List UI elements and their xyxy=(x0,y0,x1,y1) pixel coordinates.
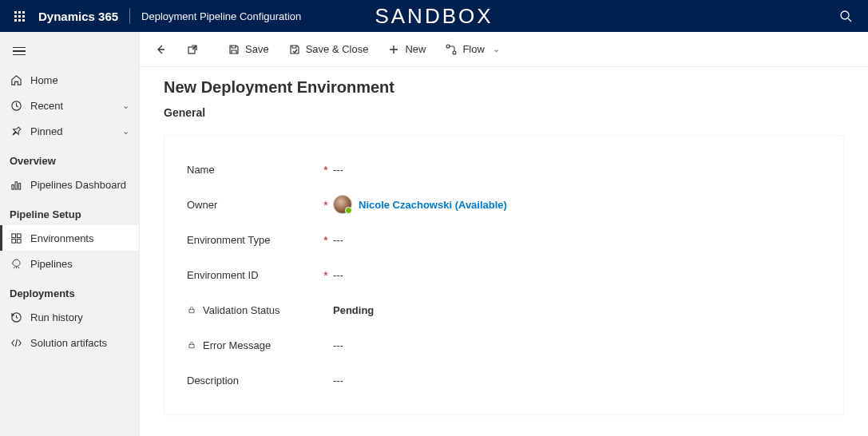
dashboard-icon xyxy=(10,178,22,191)
field-owner[interactable]: Owner * Nicole Czachowski (Available) xyxy=(187,187,821,222)
sidebar-item-label: Pinned xyxy=(30,125,114,137)
field-label: Name xyxy=(187,164,215,176)
global-search-button[interactable] xyxy=(830,0,862,32)
chevron-down-icon: ⌄ xyxy=(122,126,129,137)
popout-icon xyxy=(186,43,199,56)
app-page-name: Deployment Pipeline Configuration xyxy=(141,10,301,22)
field-label: Owner xyxy=(187,199,217,211)
svg-line-1 xyxy=(848,18,851,22)
save-label: Save xyxy=(245,43,269,55)
new-button[interactable]: New xyxy=(379,37,434,62)
field-label: Error Message xyxy=(203,339,271,351)
waffle-icon xyxy=(14,11,25,22)
save-close-icon xyxy=(288,43,301,56)
field-value: Pending xyxy=(333,304,374,316)
sidebar-item-label: Solution artifacts xyxy=(30,337,129,349)
svg-rect-7 xyxy=(17,233,21,237)
sidebar-group-setup: Pipeline Setup xyxy=(0,197,139,225)
history-icon xyxy=(10,311,22,323)
flow-icon xyxy=(445,43,458,56)
field-value: --- xyxy=(333,339,343,351)
svg-rect-9 xyxy=(17,239,21,243)
field-label: Environment Type xyxy=(187,234,271,246)
clock-icon xyxy=(10,99,22,112)
svg-rect-8 xyxy=(11,239,15,243)
sidebar-item-home[interactable]: Home xyxy=(0,67,139,93)
sidebar-item-pipelines-dashboard[interactable]: Pipelines Dashboard xyxy=(0,172,139,197)
field-label: Validation Status xyxy=(203,304,280,316)
sidebar-item-environments[interactable]: Environments xyxy=(0,225,139,251)
sidebar-item-label: Pipelines Dashboard xyxy=(30,179,129,191)
field-value: --- xyxy=(333,269,343,281)
sidebar-item-label: Recent xyxy=(30,100,114,112)
divider xyxy=(129,8,130,24)
popout-button[interactable] xyxy=(178,37,207,62)
field-description[interactable]: Description * --- xyxy=(187,363,821,398)
field-value: --- xyxy=(333,375,343,386)
field-label: Environment ID xyxy=(187,269,259,281)
chevron-down-icon: ⌄ xyxy=(122,101,129,111)
svg-rect-14 xyxy=(189,309,194,313)
svg-rect-3 xyxy=(11,184,13,189)
svg-rect-5 xyxy=(18,183,20,189)
sidebar-group-overview: Overview xyxy=(0,144,139,172)
svg-rect-4 xyxy=(15,181,17,188)
main-area: Save Save & Close New Flow ⌄ xyxy=(140,32,868,436)
field-name[interactable]: Name * --- xyxy=(187,152,821,187)
environments-icon xyxy=(10,232,22,244)
field-environment-id[interactable]: Environment ID * --- xyxy=(187,257,821,292)
sidebar-item-pinned[interactable]: Pinned ⌄ xyxy=(0,118,139,144)
command-bar: Save Save & Close New Flow ⌄ xyxy=(140,32,868,67)
presence-available-icon xyxy=(345,207,352,214)
search-icon xyxy=(839,10,852,22)
field-value: --- xyxy=(333,234,343,246)
save-button[interactable]: Save xyxy=(220,37,277,62)
field-environment-type[interactable]: Environment Type * --- xyxy=(187,222,821,257)
sidebar-item-label: Home xyxy=(30,74,129,86)
sidebar-toggle-button[interactable] xyxy=(3,38,35,64)
owner-link[interactable]: Nicole Czachowski (Available) xyxy=(359,199,507,211)
plus-icon xyxy=(387,43,400,56)
required-marker: * xyxy=(319,233,333,247)
code-icon xyxy=(10,336,22,349)
avatar xyxy=(333,195,352,214)
flow-button[interactable]: Flow ⌄ xyxy=(437,37,507,62)
save-close-label: Save & Close xyxy=(306,43,369,55)
sandbox-label: SANDBOX xyxy=(375,4,493,29)
sidebar: Home Recent ⌄ Pinned ⌄ Overview Pipeline… xyxy=(0,32,140,436)
sidebar-item-label: Pipelines xyxy=(30,258,129,270)
lock-icon xyxy=(187,305,196,315)
svg-rect-6 xyxy=(11,233,15,237)
svg-point-13 xyxy=(453,51,456,54)
sidebar-item-label: Run history xyxy=(30,311,129,323)
field-value: --- xyxy=(333,164,343,176)
field-validation-status: Validation Status * Pending xyxy=(187,292,821,327)
sidebar-group-deployments: Deployments xyxy=(0,276,139,304)
save-icon xyxy=(228,43,240,56)
sidebar-item-run-history[interactable]: Run history xyxy=(0,304,139,330)
back-icon xyxy=(154,43,167,56)
svg-rect-15 xyxy=(189,344,194,348)
flow-label: Flow xyxy=(462,43,484,55)
svg-point-12 xyxy=(446,45,450,48)
required-marker: * xyxy=(319,198,333,212)
app-name[interactable]: Dynamics 365 xyxy=(38,10,118,23)
rocket-icon xyxy=(10,257,22,270)
svg-point-0 xyxy=(841,11,849,19)
new-label: New xyxy=(405,43,426,55)
back-button[interactable] xyxy=(146,37,175,62)
tab-general[interactable]: General xyxy=(164,106,844,119)
waffle-button[interactable] xyxy=(6,3,32,29)
chevron-down-icon: ⌄ xyxy=(493,44,500,54)
sidebar-item-solution-artifacts[interactable]: Solution artifacts xyxy=(0,330,139,355)
save-and-close-button[interactable]: Save & Close xyxy=(280,37,377,62)
global-nav-bar: Dynamics 365 Deployment Pipeline Configu… xyxy=(0,0,868,32)
sidebar-item-pipelines[interactable]: Pipelines xyxy=(0,251,139,276)
required-marker: * xyxy=(319,163,333,176)
required-marker: * xyxy=(319,268,333,282)
pin-icon xyxy=(10,125,22,137)
page-title: New Deployment Environment xyxy=(164,78,844,97)
sidebar-item-label: Environments xyxy=(30,232,129,244)
field-error-message: Error Message * --- xyxy=(187,327,821,363)
sidebar-item-recent[interactable]: Recent ⌄ xyxy=(0,93,139,118)
